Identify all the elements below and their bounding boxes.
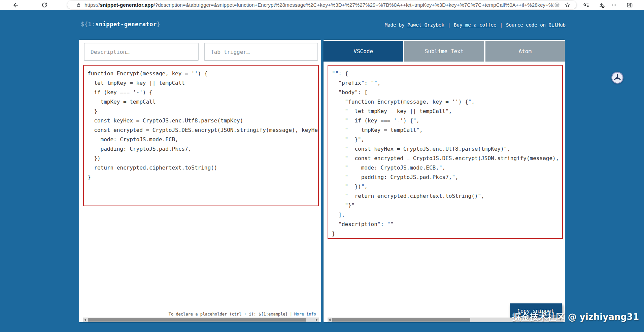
floating-widget-button[interactable]: [611, 71, 624, 84]
header-links: Made by Pawel Grzybek|Buy me a coffee|So…: [385, 22, 566, 28]
lock-icon[interactable]: [76, 2, 81, 7]
tab-atom[interactable]: Atom: [485, 41, 565, 62]
author-link[interactable]: Pawel Grzybek: [407, 22, 444, 28]
scroll-left-arrow-icon[interactable]: [329, 319, 331, 321]
more-info-link[interactable]: More info: [294, 312, 316, 317]
description-input[interactable]: [84, 43, 199, 61]
separator: |: [448, 22, 450, 28]
snippet-code-text: function Encrypt(message, key = '') { le…: [84, 66, 318, 182]
favorite-star-icon[interactable]: [565, 2, 570, 8]
url-text: https://snippet-generator.app/?descripti…: [84, 2, 554, 8]
editor-tabs: VSCode Sublime Text Atom: [324, 41, 565, 62]
made-by-text: Made by: [385, 22, 407, 28]
tab-sublime-text[interactable]: Sublime Text: [404, 41, 484, 62]
extension-icon[interactable]: [554, 2, 560, 8]
snippet-output-box[interactable]: "": { "prefix": "", "body": [ "function …: [328, 65, 563, 239]
coffee-link[interactable]: Buy me a coffee: [454, 22, 496, 28]
snippet-code-textarea[interactable]: function Encrypt(message, key = '') { le…: [83, 65, 319, 206]
tab-trigger-input[interactable]: [204, 43, 318, 61]
page-background: ${1:snippet-generator} Made by Pawel Grz…: [0, 10, 644, 332]
scroll-left-arrow-icon[interactable]: [84, 319, 86, 321]
horizontal-scrollbar[interactable]: [83, 318, 319, 322]
back-icon[interactable]: [11, 1, 20, 9]
separator: |: [500, 22, 503, 28]
hint-text: To declare a placeholder (ctrl + i): ${1…: [169, 312, 288, 317]
github-link[interactable]: GitHub: [548, 22, 566, 28]
title-prefix: ${1:: [81, 21, 95, 28]
scrollbar-thumb[interactable]: [88, 318, 306, 322]
title-suffix: }: [157, 21, 160, 28]
placeholder-hint: To declare a placeholder (ctrl + i): ${1…: [169, 312, 316, 317]
more-options-icon[interactable]: [610, 1, 618, 9]
watermark: 掘金技术社区 @ yizhiyang31: [512, 311, 639, 323]
refresh-icon[interactable]: [40, 1, 48, 9]
browser-window: https://snippet-generator.app/?descripti…: [0, 0, 644, 332]
title-name: snippet-generator: [95, 21, 157, 28]
browser-toolbar: https://snippet-generator.app/?descripti…: [0, 0, 644, 10]
page-title: ${1:snippet-generator}: [81, 21, 160, 28]
scrollbar-thumb[interactable]: [332, 318, 470, 322]
address-bar[interactable]: https://snippet-generator.app/?descripti…: [67, 1, 576, 9]
tab-vscode[interactable]: VSCode: [324, 41, 403, 62]
separator: |: [290, 312, 292, 317]
snippet-output-panel: VSCode Sublime Text Atom "": { "prefix":…: [324, 40, 565, 322]
sidebar-icon[interactable]: [625, 1, 634, 9]
favorites-bar-icon[interactable]: [582, 1, 590, 9]
source-text: Source code on: [506, 22, 548, 28]
snippet-output-text: "": { "prefix": "", "body": [ "function …: [328, 66, 562, 238]
scroll-right-arrow-icon[interactable]: [316, 319, 318, 321]
snippet-input-panel: function Encrypt(message, key = '') { le…: [79, 40, 321, 322]
download-icon[interactable]: [598, 1, 606, 9]
